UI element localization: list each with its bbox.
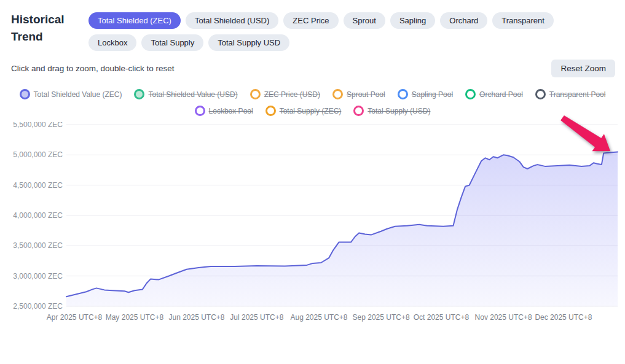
y-axis-tick: 5,000,000 ZEC — [13, 150, 63, 159]
chart-container: 2,500,000 ZEC3,000,000 ZEC3,500,000 ZEC4… — [0, 122, 625, 333]
legend-marker-icon — [195, 106, 205, 116]
y-axis-tick: 2,500,000 ZEC — [13, 302, 63, 311]
x-axis-tick: Apr 2025 UTC+8 — [47, 313, 103, 322]
x-axis-tick: May 2025 UTC+8 — [106, 313, 164, 322]
legend-row: Lockbox PoolTotal Supply (ZEC)Total Supp… — [0, 106, 625, 116]
y-axis-tick: 5,500,000 ZEC — [13, 122, 63, 129]
x-axis-tick: Sep 2025 UTC+8 — [353, 313, 410, 322]
y-axis-tick: 4,500,000 ZEC — [13, 181, 63, 190]
legend-label: ZEC Price (USD) — [264, 90, 320, 99]
legend-marker-icon — [332, 89, 343, 99]
chart-plot-area[interactable] — [66, 125, 618, 306]
legend-item-sapling-pool[interactable]: Sapling Pool — [398, 89, 453, 99]
legend-marker-icon — [20, 89, 30, 99]
y-axis-tick: 3,000,000 ZEC — [13, 272, 63, 281]
legend-row: Total Shielded Value (ZEC)Total Shielded… — [0, 89, 625, 99]
x-axis-tick: Aug 2025 UTC+8 — [290, 313, 347, 322]
header: Historical Trend Total Shielded (ZEC)Tot… — [0, 0, 625, 51]
legend-label: Total Shielded Value (ZEC) — [34, 90, 122, 99]
legend-marker-icon — [535, 89, 546, 99]
filter-button-sprout[interactable]: Sprout — [344, 12, 385, 29]
legend-label: Lockbox Pool — [209, 107, 253, 115]
legend-item-total-supply-usd[interactable]: Total Supply (USD) — [353, 106, 430, 116]
legend-item-total-shielded-value-zec[interactable]: Total Shielded Value (ZEC) — [20, 89, 122, 99]
legend-label: Sprout Pool — [347, 90, 385, 99]
x-axis-tick: Jul 2025 UTC+8 — [230, 313, 283, 322]
legend-marker-icon — [265, 106, 276, 116]
y-axis-tick: 4,000,000 ZEC — [13, 211, 63, 220]
x-axis-tick: Nov 2025 UTC+8 — [475, 313, 532, 322]
legend-marker-icon — [398, 89, 408, 99]
filter-button-transparent[interactable]: Transparent — [492, 12, 554, 29]
legend-marker-icon — [134, 89, 144, 99]
chart-legend: Total Shielded Value (ZEC)Total Shielded… — [0, 89, 625, 116]
legend-item-orchard-pool[interactable]: Orchard Pool — [465, 89, 523, 99]
reset-zoom-button[interactable]: Reset Zoom — [551, 60, 615, 77]
filter-button-total-supply-usd[interactable]: Total Supply USD — [208, 34, 289, 51]
filter-button-total-shielded-usd[interactable]: Total Shielded (USD) — [186, 12, 278, 29]
legend-marker-icon — [353, 106, 364, 116]
legend-marker-icon — [250, 89, 261, 99]
historical-trend-chart[interactable]: 2,500,000 ZEC3,000,000 ZEC3,500,000 ZEC4… — [0, 122, 625, 331]
x-axis-tick: Dec 2025 UTC+8 — [535, 313, 592, 322]
filter-button-total-shielded-zec[interactable]: Total Shielded (ZEC) — [88, 12, 181, 29]
y-axis-tick: 3,500,000 ZEC — [13, 241, 63, 250]
legend-label: Total Supply (ZEC) — [280, 107, 342, 115]
legend-item-total-shielded-value-usd[interactable]: Total Shielded Value (USD) — [134, 89, 237, 99]
hint-row: Click and drag to zoom, double-click to … — [0, 60, 625, 77]
filter-button-orchard[interactable]: Orchard — [440, 12, 487, 29]
legend-marker-icon — [465, 89, 476, 99]
legend-item-total-supply-zec[interactable]: Total Supply (ZEC) — [265, 106, 342, 116]
x-axis-tick: Oct 2025 UTC+8 — [414, 313, 470, 322]
x-axis-tick: Jun 2025 UTC+8 — [168, 313, 224, 322]
legend-item-lockbox-pool[interactable]: Lockbox Pool — [195, 106, 253, 116]
legend-label: Transparent Pool — [549, 90, 606, 99]
legend-label: Total Supply (USD) — [368, 107, 430, 115]
legend-label: Orchard Pool — [479, 90, 523, 99]
filter-button-sapling[interactable]: Sapling — [390, 12, 435, 29]
legend-item-zec-price-usd[interactable]: ZEC Price (USD) — [250, 89, 320, 99]
filter-button-lockbox[interactable]: Lockbox — [88, 34, 136, 51]
legend-label: Total Shielded Value (USD) — [148, 90, 237, 99]
zoom-hint-text: Click and drag to zoom, double-click to … — [11, 64, 175, 73]
filter-pills: Total Shielded (ZEC)Total Shielded (USD)… — [88, 12, 588, 51]
filter-button-zec-price[interactable]: ZEC Price — [283, 12, 338, 29]
page-title: Historical Trend — [11, 11, 84, 45]
filter-button-total-supply[interactable]: Total Supply — [141, 34, 203, 51]
legend-item-sprout-pool[interactable]: Sprout Pool — [332, 89, 385, 99]
legend-label: Sapling Pool — [412, 90, 453, 99]
legend-item-transparent-pool[interactable]: Transparent Pool — [535, 89, 606, 99]
